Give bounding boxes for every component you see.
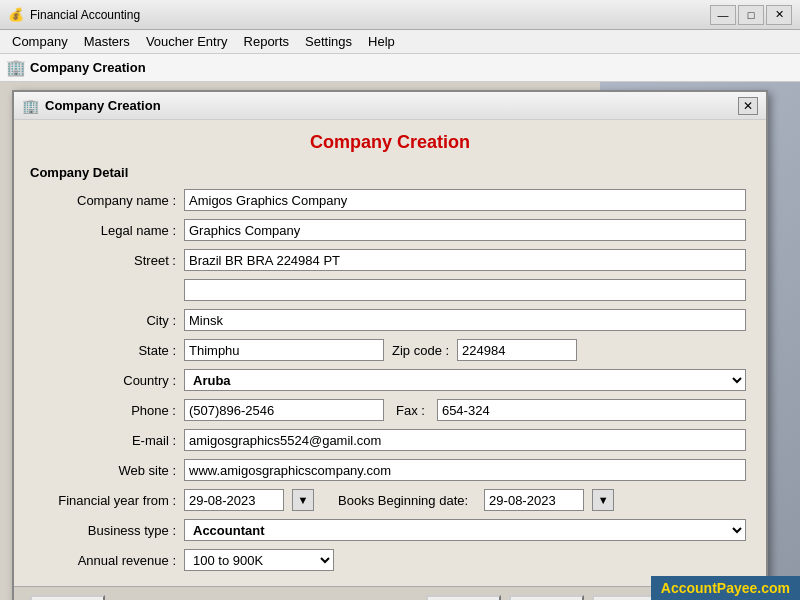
window-controls: — □ ✕ [710, 5, 792, 25]
main-area: 🏢 Company Creation ✕ Company Creation Co… [0, 82, 800, 600]
books-label: Books Beginning date: [322, 493, 476, 508]
company-creation-dialog: 🏢 Company Creation ✕ Company Creation Co… [12, 90, 768, 600]
toolbar-icon: 🏢 [6, 58, 26, 77]
dialog-close-button[interactable]: ✕ [738, 97, 758, 115]
company-name-input[interactable] [184, 189, 746, 211]
books-calendar-button[interactable]: ▼ [592, 489, 614, 511]
close-button[interactable]: ✕ [766, 5, 792, 25]
street-row-1: Street : [34, 248, 746, 272]
dialog-icon: 🏢 [22, 98, 39, 114]
email-row: E-mail : [34, 428, 746, 452]
legal-name-row: Legal name : [34, 218, 746, 242]
maximize-button[interactable]: □ [738, 5, 764, 25]
app-icon: 💰 [8, 7, 24, 23]
street-input-1[interactable] [184, 249, 746, 271]
city-input[interactable] [184, 309, 746, 331]
phone-fax-group: Fax : [184, 399, 746, 421]
business-type-select[interactable]: Accountant Retail Manufacturing Services… [184, 519, 746, 541]
dialog-title: Company Creation [45, 98, 738, 113]
business-type-row: Business type : Accountant Retail Manufa… [34, 518, 746, 542]
menu-reports[interactable]: Reports [236, 32, 298, 51]
city-label: City : [34, 313, 184, 328]
fin-year-label: Financial year from : [34, 493, 184, 508]
phone-fax-row: Phone : Fax : [34, 398, 746, 422]
company-name-label: Company name : [34, 193, 184, 208]
app-title: Financial Accounting [30, 8, 710, 22]
phone-input[interactable] [184, 399, 384, 421]
minimize-button[interactable]: — [710, 5, 736, 25]
annual-revenue-row: Annual revenue : 100 to 900K 900K to 5M … [34, 548, 746, 572]
books-date-input[interactable] [484, 489, 584, 511]
street-input-2[interactable] [184, 279, 746, 301]
state-zip-group: Zip code : [184, 339, 746, 361]
financial-row: Financial year from : ▼ Books Beginning … [34, 488, 746, 512]
back-button[interactable]: Back [426, 595, 501, 600]
street-row-2 [34, 278, 746, 302]
help-button[interactable]: Help [30, 595, 105, 600]
street-label: Street : [34, 253, 184, 268]
dialog-heading: Company Creation [14, 120, 766, 161]
email-label: E-mail : [34, 433, 184, 448]
menu-company[interactable]: Company [4, 32, 76, 51]
annual-revenue-label: Annual revenue : [34, 553, 184, 568]
dialog-titlebar: 🏢 Company Creation ✕ [14, 92, 766, 120]
email-input[interactable] [184, 429, 746, 451]
state-zip-row: State : Zip code : [34, 338, 746, 362]
website-label: Web site : [34, 463, 184, 478]
fin-year-input[interactable] [184, 489, 284, 511]
phone-label: Phone : [34, 403, 184, 418]
website-input[interactable] [184, 459, 746, 481]
fin-year-group: ▼ Books Beginning date: ▼ [184, 489, 746, 511]
country-label: Country : [34, 373, 184, 388]
section-label: Company Detail [14, 161, 766, 188]
menu-settings[interactable]: Settings [297, 32, 360, 51]
dialog-content: Company Creation Company Detail Company … [14, 120, 766, 600]
city-row: City : [34, 308, 746, 332]
toolbar: 🏢 Company Creation [0, 54, 800, 82]
legal-name-input[interactable] [184, 219, 746, 241]
fax-label: Fax : [392, 403, 429, 418]
form-area: Company name : Legal name : Street : [14, 188, 766, 586]
fax-input[interactable] [437, 399, 746, 421]
country-row: Country : Aruba United States Canada Bra… [34, 368, 746, 392]
menu-voucher-entry[interactable]: Voucher Entry [138, 32, 236, 51]
company-name-row: Company name : [34, 188, 746, 212]
menu-help[interactable]: Help [360, 32, 403, 51]
fin-year-calendar-button[interactable]: ▼ [292, 489, 314, 511]
country-select[interactable]: Aruba United States Canada Brazil India [184, 369, 746, 391]
state-input[interactable] [184, 339, 384, 361]
zip-input[interactable] [457, 339, 577, 361]
watermark: AccountPayee.com [651, 576, 800, 600]
business-type-label: Business type : [34, 523, 184, 538]
annual-revenue-select[interactable]: 100 to 900K 900K to 5M 5M to 20M 20M+ [184, 549, 334, 571]
menu-masters[interactable]: Masters [76, 32, 138, 51]
next-button[interactable]: Next [509, 595, 584, 600]
zip-label: Zip code : [392, 343, 449, 358]
website-row: Web site : [34, 458, 746, 482]
menu-bar: Company Masters Voucher Entry Reports Se… [0, 30, 800, 54]
legal-name-label: Legal name : [34, 223, 184, 238]
toolbar-label: Company Creation [30, 60, 146, 75]
state-label: State : [34, 343, 184, 358]
title-bar: 💰 Financial Accounting — □ ✕ [0, 0, 800, 30]
